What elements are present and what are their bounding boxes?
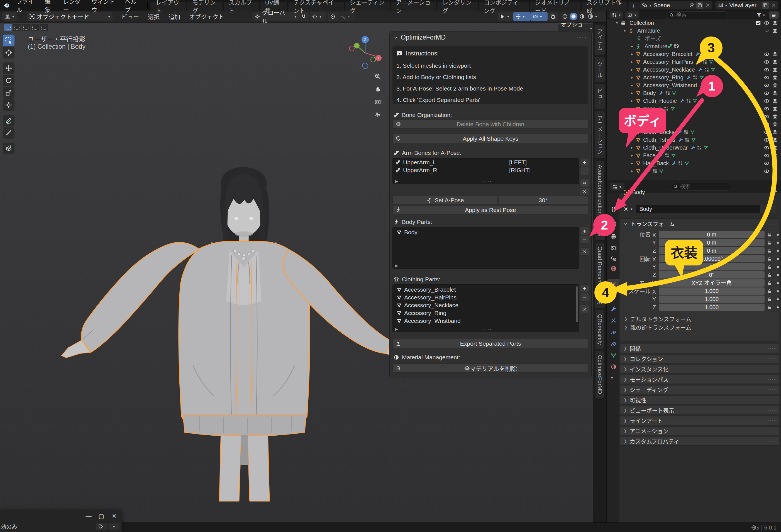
copy-icon[interactable] (696, 2, 703, 9)
sidebar-tab[interactable]: OptimizeForMD (595, 351, 604, 398)
camera-icon[interactable] (772, 98, 778, 104)
select-mode-invert-button[interactable] (31, 24, 39, 31)
close-icon[interactable]: ✕ (771, 2, 776, 9)
lock-icon[interactable] (765, 232, 774, 237)
dropdown-button[interactable]: ▾ (108, 523, 120, 530)
clothing-list-item[interactable]: Accessory_Bracelet (394, 286, 575, 294)
eye-icon[interactable] (764, 145, 769, 151)
sidebar-tab[interactable]: 縫製 (595, 221, 605, 240)
expand-icon[interactable]: ▸ (628, 168, 635, 173)
tab-physics[interactable] (608, 327, 619, 338)
collapsed-panel[interactable]: ❯コレクション···· (620, 354, 779, 363)
perspective-toggle-icon[interactable] (373, 110, 383, 120)
camera-icon[interactable] (772, 137, 778, 142)
scrollbar[interactable] (576, 286, 578, 322)
add-icon[interactable] (580, 158, 589, 166)
object-name-extra[interactable] (760, 205, 776, 213)
close-icon[interactable]: ✕ (108, 513, 121, 520)
sidebar-tab[interactable]: AvatarNormalization (595, 161, 604, 219)
eye-icon[interactable] (764, 161, 769, 166)
outliner-row[interactable]: ▸ Accessory_Wristband (607, 81, 781, 89)
outliner-row[interactable]: ▸ rmer (607, 105, 781, 113)
eye-icon[interactable] (764, 21, 769, 26)
outliner-row[interactable]: ▸ Accessory_HairPins (607, 58, 781, 66)
outliner-row[interactable]: ▸ Accessory_Necklace (607, 66, 781, 74)
animate-dot-icon[interactable] (777, 306, 779, 308)
expand-icon[interactable]: ▸ (628, 90, 635, 95)
camera-icon[interactable] (772, 83, 778, 88)
set-apose-button[interactable]: Set A-Pose (393, 196, 498, 204)
expand-icon[interactable]: ▸ (628, 67, 635, 72)
list-expander-icon[interactable]: ▶ (395, 179, 398, 184)
add-cube-tool[interactable] (3, 142, 14, 154)
select-mode-extend-button[interactable] (13, 24, 21, 31)
body-list-item[interactable]: Body (394, 229, 578, 236)
collapsed-panel[interactable]: ❯関係···· (620, 344, 779, 353)
add-icon[interactable] (580, 284, 589, 292)
expand-icon[interactable]: ▸ (628, 44, 635, 49)
transform-value-field[interactable]: 0 m (659, 231, 765, 238)
clothing-list-item[interactable]: Accessory_Wristband (394, 317, 575, 325)
expand-icon[interactable]: ▾ (621, 28, 628, 33)
outliner-row[interactable]: ▸ Cloth_Socks (607, 128, 781, 136)
camera-icon[interactable] (772, 122, 778, 127)
camera-icon[interactable] (772, 51, 778, 57)
workspace-tab[interactable]: シェーディング (345, 2, 390, 10)
sidebar-tab[interactable]: アニメーション (595, 112, 605, 158)
eye-icon[interactable] (764, 67, 769, 72)
topbar-menu-item[interactable]: 編集 (41, 0, 59, 14)
chevron-down-icon[interactable]: ▾ (763, 13, 765, 17)
list-resize-grip[interactable]: ···· (398, 263, 577, 269)
select-box-tool[interactable] (3, 35, 14, 46)
measure-tool[interactable] (3, 127, 14, 139)
outliner-row[interactable]: ▸ Cloth_UnderWear (607, 144, 781, 152)
pin-icon[interactable] (689, 3, 694, 8)
camera-icon[interactable] (772, 90, 778, 96)
add-workspace-button[interactable]: + (628, 2, 640, 10)
swap-icon[interactable] (580, 179, 589, 187)
camera-icon[interactable] (772, 129, 778, 135)
collapsed-panel[interactable]: ❯シェーディング···· (620, 385, 779, 394)
navigation-gizmo[interactable]: Z X (344, 30, 386, 72)
delete-all-materials-button[interactable]: 全マテリアルを削除 (393, 364, 588, 373)
select-mode-subtract-button[interactable] (22, 24, 30, 31)
outliner-row[interactable]: ▸ Accessory_Ring (607, 74, 781, 81)
list-expander-icon[interactable]: ▶ (395, 263, 398, 268)
list-resize-grip[interactable]: ···· (398, 178, 577, 185)
animate-dot-icon[interactable] (777, 290, 779, 292)
select-mode-intersect-button[interactable] (40, 24, 48, 31)
sidebar-tab[interactable]: ツール (595, 57, 605, 82)
collapsed-panel[interactable]: ❯モーションパス···· (620, 375, 779, 384)
export-separated-parts-button[interactable]: Export Separated Parts (393, 339, 588, 348)
remove-icon[interactable] (580, 167, 589, 175)
outliner-row-armature[interactable]: ▾ Armature (607, 27, 781, 35)
expand-icon[interactable]: ▸ (628, 59, 635, 64)
remove-icon[interactable] (580, 236, 589, 244)
outliner-search[interactable] (667, 11, 728, 19)
checkbox-icon[interactable] (756, 21, 761, 26)
eye-icon[interactable] (764, 90, 769, 96)
move-tool[interactable] (3, 63, 14, 74)
eye-icon[interactable] (764, 59, 769, 65)
tab-scene[interactable] (608, 253, 619, 264)
panel-grip-icon[interactable]: ···· (766, 220, 776, 227)
collapsed-panel[interactable]: ❯アニメーション···· (620, 426, 779, 435)
tab-view-layer[interactable] (608, 243, 619, 254)
eye-icon[interactable] (764, 106, 769, 112)
add-icon[interactable] (580, 227, 589, 235)
pan-hand-icon[interactable] (373, 84, 383, 94)
copy-icon[interactable] (762, 2, 769, 9)
tab-particles[interactable] (608, 315, 619, 326)
expand-icon[interactable]: ▸ (628, 114, 635, 119)
camera-icon[interactable] (772, 28, 778, 33)
tag-filter-button[interactable] (96, 523, 107, 530)
sidebar-tab[interactable]: ビュー (595, 84, 605, 109)
outliner-row[interactable]: ▸ Hair_Back (607, 159, 781, 167)
list-resize-grip[interactable]: ···· (398, 326, 577, 332)
outliner-row[interactable]: ▸ (607, 167, 781, 175)
rotate-tool[interactable] (3, 75, 14, 86)
expand-icon[interactable]: ▸ (628, 51, 635, 56)
clear-icon[interactable] (580, 248, 589, 256)
workspace-tab[interactable]: テクスチャペイント (288, 2, 344, 10)
transform-tool[interactable] (3, 99, 14, 111)
